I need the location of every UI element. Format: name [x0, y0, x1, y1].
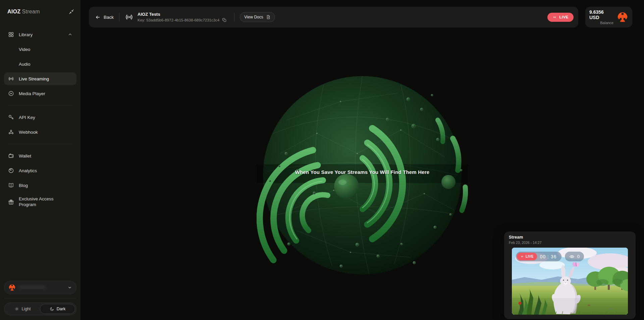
logo-row: AIOZStream: [0, 0, 80, 15]
moon-icon: [50, 307, 54, 311]
sidebar: AIOZStream Library Video Audio: [0, 0, 80, 320]
brand-bold: AIOZ: [7, 9, 20, 14]
wallet-icon: [8, 153, 14, 159]
brand-logo: AIOZStream: [7, 9, 40, 15]
grid-icon: [8, 31, 14, 38]
view-docs-label: View Docs: [244, 15, 263, 19]
stream-preview-card[interactable]: Stream Feb 23, 2026 - 14:27: [504, 232, 636, 319]
divider: [8, 105, 72, 106]
sidebar-item-media-player[interactable]: Media Player: [4, 87, 76, 100]
webhook-icon: [8, 129, 14, 135]
divider: [119, 13, 119, 21]
sidebar-bottom: ••••••••••••••• Light: [0, 281, 80, 320]
copy-icon[interactable]: [222, 18, 227, 22]
sidebar-item-label: Webhook: [19, 130, 38, 135]
balance-card[interactable]: 9.6356 USD Balance: [585, 7, 632, 27]
sidebar-item-label: API Key: [19, 115, 35, 120]
broadcast-waves-icon: [520, 255, 524, 258]
top-bar: Back AIOZ Tests Key: 53add5b6-8972-4b15-…: [89, 7, 578, 27]
arrow-left-icon: [95, 14, 101, 20]
brand-light: Stream: [22, 9, 40, 14]
sidebar-item-library[interactable]: Library: [4, 28, 76, 41]
sidebar-nav: Library Video Audio Live Streaming: [0, 28, 80, 212]
balance-label: Balance: [600, 21, 613, 25]
view-docs-button[interactable]: View Docs: [240, 12, 275, 22]
sidebar-item-webhook[interactable]: Webhook: [4, 126, 76, 138]
sun-icon: [14, 307, 19, 311]
stream-key: Key: 53add5b6-8972-4b15-8638-689c7231c3c…: [138, 18, 219, 22]
empty-state-sphere-graphic: [257, 70, 468, 281]
theme-dark-button[interactable]: Dark: [40, 304, 75, 314]
stream-card-title: Stream: [509, 235, 631, 240]
empty-state-message: When You Save Your Streams You Will Find…: [80, 169, 644, 175]
back-button[interactable]: Back: [95, 14, 114, 20]
book-icon: [8, 182, 14, 188]
theme-light-button[interactable]: Light: [5, 304, 40, 314]
sidebar-item-wallet[interactable]: Wallet: [4, 149, 76, 162]
live-status-badge: LIVE: [547, 13, 574, 22]
sidebar-collapse-icon[interactable]: [68, 9, 74, 15]
sidebar-item-label: Live Streaming: [19, 76, 49, 81]
user-menu[interactable]: •••••••••••••••: [4, 281, 76, 294]
chevron-up-icon: [68, 32, 72, 37]
stream-duration: 00 : 36: [540, 254, 557, 259]
sidebar-item-audio[interactable]: Audio: [4, 58, 76, 70]
sidebar-item-live-streaming[interactable]: Live Streaming: [4, 72, 76, 85]
pie-chart-icon: [8, 168, 14, 174]
user-avatar: [8, 284, 16, 291]
sidebar-item-api-key[interactable]: API Key: [4, 111, 76, 124]
theme-toggle: Light Dark: [4, 303, 76, 315]
divider: [5, 298, 76, 299]
broadcast-waves-icon: [552, 15, 557, 19]
thumbnail-live-badge: LIVE: [517, 253, 537, 260]
divider: [234, 13, 234, 21]
sidebar-item-label: Blog: [19, 183, 28, 188]
stream-thumbnail[interactable]: LIVE 00 : 36 0: [512, 248, 628, 315]
play-circle-icon: [8, 90, 14, 97]
gift-icon: [8, 199, 14, 205]
user-display-name: •••••••••••••••: [19, 285, 64, 290]
sidebar-item-label: Audio: [19, 62, 31, 67]
viewer-count-pill: 0: [565, 252, 584, 261]
broadcast-icon: [8, 76, 14, 82]
aioz-logo-icon: [617, 11, 628, 23]
theme-dark-label: Dark: [57, 307, 65, 311]
sidebar-item-label: Exclusive Access Program: [19, 196, 56, 208]
sidebar-item-label: Wallet: [19, 153, 31, 158]
key-icon: [8, 114, 14, 120]
sidebar-item-label: Video: [19, 47, 30, 52]
sidebar-item-label: Media Player: [19, 91, 45, 96]
sidebar-item-blog[interactable]: Blog: [4, 179, 76, 192]
chevron-down-icon[interactable]: [67, 285, 72, 290]
back-label: Back: [104, 15, 114, 20]
sidebar-item-label: Library: [19, 32, 33, 37]
theme-light-label: Light: [21, 307, 31, 311]
divider: [8, 144, 72, 144]
document-icon: [266, 15, 271, 19]
sidebar-item-video[interactable]: Video: [4, 43, 76, 56]
main-content: Back AIOZ Tests Key: 53add5b6-8972-4b15-…: [80, 0, 644, 320]
sidebar-item-label: Analytics: [19, 168, 37, 173]
live-label: LIVE: [559, 15, 569, 19]
stream-meta: AIOZ Tests Key: 53add5b6-8972-4b15-8638-…: [138, 12, 227, 22]
stream-card-date: Feb 23, 2026 - 14:27: [509, 241, 631, 245]
broadcast-icon: [125, 13, 133, 21]
eye-icon: [569, 254, 575, 259]
stream-title: AIOZ Tests: [138, 12, 227, 17]
viewer-count: 0: [577, 254, 580, 259]
live-timer-pill: LIVE 00 : 36: [516, 252, 561, 261]
balance-amount: 9.6356 USD: [589, 9, 613, 20]
live-label: LIVE: [526, 255, 534, 258]
sidebar-item-analytics[interactable]: Analytics: [4, 164, 76, 177]
sidebar-item-exclusive-access-program[interactable]: Exclusive Access Program: [4, 194, 76, 210]
thumbnail-overlay: LIVE 00 : 36 0: [516, 252, 584, 261]
